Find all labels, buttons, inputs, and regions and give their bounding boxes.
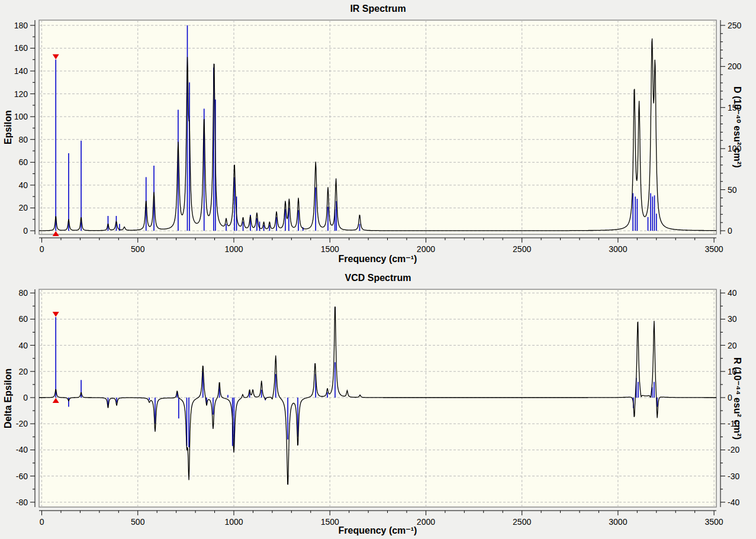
left-axis bbox=[30, 289, 35, 507]
right-axis-tick-label: 40 bbox=[728, 288, 737, 298]
left-axis-tick-label: 80 bbox=[18, 135, 28, 144]
vcd-x-axis-label: Frequency (cm⁻¹) bbox=[39, 525, 716, 536]
right-axis-tick-label: 0 bbox=[728, 226, 732, 235]
right-axis-tick-label: 0 bbox=[728, 393, 732, 402]
bottom-axis-tick-label: 2000 bbox=[417, 244, 435, 254]
right-axis-tick-label: 100 bbox=[728, 144, 742, 153]
vcd-spectrum-panel: VCD Spectrum Delta Epsilon R (10⁻⁴⁴ esu²… bbox=[0, 269, 756, 539]
left-axis-tick-label: -80 bbox=[16, 498, 28, 507]
left-axis-tick-label: -40 bbox=[16, 445, 28, 454]
left-axis-tick-label: 20 bbox=[18, 203, 28, 212]
bottom-axis-tick-label: 3000 bbox=[609, 244, 627, 254]
left-axis-tick-label: 0 bbox=[23, 393, 28, 402]
right-axis-tick-label: -30 bbox=[728, 472, 739, 481]
left-axis bbox=[30, 20, 35, 234]
left-axis-tick-label: 80 bbox=[18, 288, 28, 298]
right-axis-tick-label: -40 bbox=[728, 498, 739, 507]
plot-area bbox=[39, 20, 716, 234]
bottom-axis-tick-label: 500 bbox=[131, 244, 145, 254]
right-axis-tick-label: -20 bbox=[728, 445, 739, 454]
ir-spectrum-panel: IR Spectrum Epsilon D (10⁻⁴⁰ esu² cm²) 0… bbox=[0, 0, 756, 269]
left-axis-tick-label: 60 bbox=[18, 314, 28, 324]
right-axis bbox=[720, 20, 725, 234]
left-axis-tick-label: 40 bbox=[18, 180, 28, 190]
right-axis-tick-label: 250 bbox=[728, 21, 742, 30]
left-axis-tick-label: 100 bbox=[14, 112, 28, 121]
right-axis-tick-label: 10 bbox=[728, 367, 737, 376]
ir-plot-canvas[interactable]: 0204060801001201401601800501001502002500… bbox=[0, 0, 756, 269]
right-axis-tick-label: 20 bbox=[728, 341, 737, 350]
ir-x-axis-label: Frequency (cm⁻¹) bbox=[39, 253, 716, 264]
right-axis-tick-label: 50 bbox=[728, 185, 737, 195]
left-axis-tick-label: 160 bbox=[14, 43, 28, 53]
right-axis bbox=[720, 289, 725, 507]
left-axis-tick-label: 120 bbox=[14, 89, 28, 99]
bottom-axis-tick-label: 3500 bbox=[705, 244, 723, 254]
left-axis-tick-label: 60 bbox=[18, 157, 28, 167]
left-axis-tick-label: 180 bbox=[14, 21, 28, 30]
bottom-axis bbox=[39, 238, 716, 243]
left-axis-tick-label: 20 bbox=[18, 367, 28, 376]
bottom-axis-tick-label: 1000 bbox=[224, 244, 243, 254]
left-axis-tick-label: -20 bbox=[16, 419, 28, 428]
bottom-axis-tick-label: 1500 bbox=[321, 244, 339, 254]
bottom-axis bbox=[39, 511, 716, 515]
left-axis-tick-label: -60 bbox=[16, 472, 28, 481]
right-axis-tick-label: 150 bbox=[728, 103, 742, 112]
left-axis-tick-label: 40 bbox=[18, 341, 28, 350]
bottom-axis-tick-label: 0 bbox=[40, 244, 44, 254]
vcd-plot-canvas[interactable]: -80-60-40-20020406080-40-30-20-100102030… bbox=[0, 269, 756, 539]
right-axis-tick-label: -10 bbox=[728, 419, 739, 428]
right-axis-tick-label: 30 bbox=[728, 314, 737, 324]
left-axis-tick-label: 0 bbox=[23, 226, 28, 235]
left-axis-tick-label: 140 bbox=[14, 66, 28, 76]
right-axis-tick-label: 200 bbox=[728, 62, 742, 71]
spectra-window: { "window": { "background": "#f0f0ee", "… bbox=[0, 0, 756, 539]
bottom-axis-tick-label: 2500 bbox=[513, 244, 531, 254]
